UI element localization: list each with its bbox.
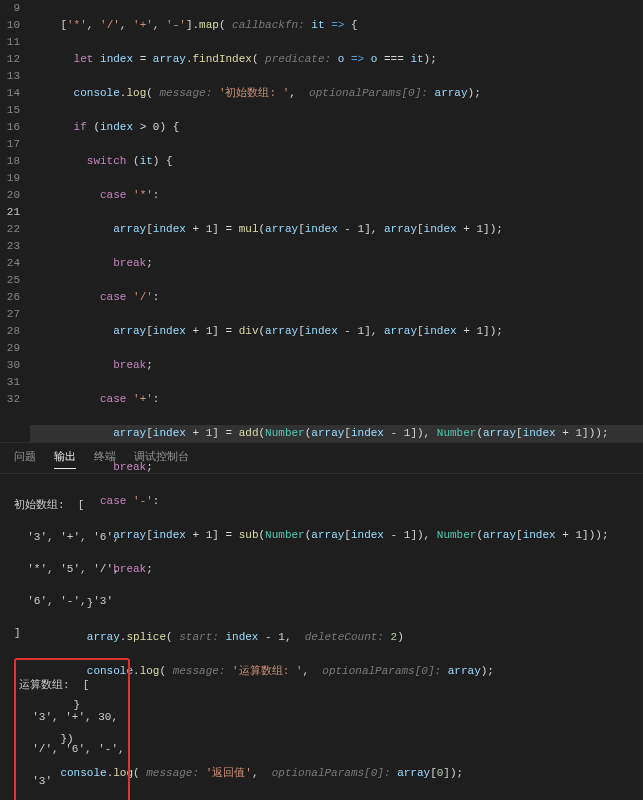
code-editor: 9 10 11 12 13 14 15 16 17 18 19 20 21 22…	[0, 0, 643, 442]
code-line: array[index + 1] = add(Number(array[inde…	[30, 425, 643, 442]
line-number: 17	[4, 136, 20, 153]
output-line: ]	[14, 625, 629, 641]
output-line: '3', '+', 30,	[19, 709, 125, 725]
line-number: 24	[4, 255, 20, 272]
output-line: '3'	[19, 773, 125, 789]
line-number-gutter: 9 10 11 12 13 14 15 16 17 18 19 20 21 22…	[0, 0, 30, 442]
code-line: ['*', '/', '+', '-'].map( callbackfn: it…	[30, 17, 643, 34]
code-line: case '/':	[30, 289, 643, 306]
code-line: break;	[30, 255, 643, 272]
line-number: 23	[4, 238, 20, 255]
line-number: 29	[4, 340, 20, 357]
line-number: 12	[4, 51, 20, 68]
code-line: case '*':	[30, 187, 643, 204]
line-number: 25	[4, 272, 20, 289]
line-number: 10	[4, 17, 20, 34]
output-line: '*', '5', '/',	[14, 561, 629, 577]
code-line: array[index + 1] = div(array[index - 1],…	[30, 323, 643, 340]
code-line: array[index + 1] = mul(array[index - 1],…	[30, 221, 643, 238]
line-number: 11	[4, 34, 20, 51]
line-number: 19	[4, 170, 20, 187]
line-number: 27	[4, 306, 20, 323]
line-number: 15	[4, 102, 20, 119]
output-line: '6', '-', '3'	[14, 593, 629, 609]
line-number: 31	[4, 374, 20, 391]
line-number: 14	[4, 85, 20, 102]
code-line: if (index > 0) {	[30, 119, 643, 136]
line-number: 30	[4, 357, 20, 374]
output-line: '3', '+', '6',	[14, 529, 629, 545]
line-number: 16	[4, 119, 20, 136]
code-line: console.log( message: '初始数组: ', optional…	[30, 85, 643, 102]
code-line: break;	[30, 357, 643, 374]
output-area[interactable]: 初始数组: [ '3', '+', '6', '*', '5', '/', '6…	[0, 474, 643, 800]
code-line: case '+':	[30, 391, 643, 408]
line-number: 20	[4, 187, 20, 204]
highlight-box: 运算数组: [ '3', '+', 30, '/', '6', '-', '3'…	[14, 658, 130, 800]
output-line: 初始数组: [	[14, 497, 629, 513]
output-line: '/', '6', '-',	[19, 741, 125, 757]
code-line: switch (it) {	[30, 153, 643, 170]
bottom-panel: 问题 输出 终端 调试控制台 初始数组: [ '3', '+', '6', '*…	[0, 442, 643, 800]
output-line: 运算数组: [	[19, 677, 125, 693]
line-number: 32	[4, 391, 20, 408]
line-number: 22	[4, 221, 20, 238]
line-number: 13	[4, 68, 20, 85]
line-number: 18	[4, 153, 20, 170]
line-number: 21	[4, 204, 20, 221]
line-number: 26	[4, 289, 20, 306]
code-area[interactable]: ['*', '/', '+', '-'].map( callbackfn: it…	[30, 0, 643, 442]
code-line: let index = array.findIndex( predicate: …	[30, 51, 643, 68]
line-number: 9	[4, 0, 20, 17]
line-number: 28	[4, 323, 20, 340]
